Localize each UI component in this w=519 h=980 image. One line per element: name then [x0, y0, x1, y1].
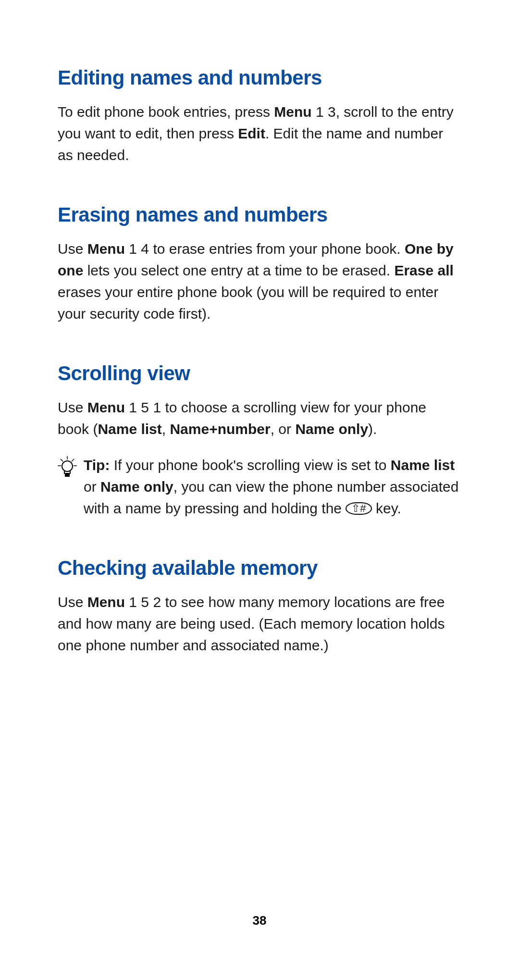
- document-page: Editing names and numbers To edit phone …: [0, 0, 519, 656]
- paragraph-scrolling: Use Menu 1 5 1 to choose a scrolling vie…: [58, 397, 461, 440]
- section-erasing: Erasing names and numbers Use Menu 1 4 t…: [58, 203, 461, 324]
- heading-editing: Editing names and numbers: [58, 66, 461, 89]
- paragraph-erasing: Use Menu 1 4 to erase entries from your …: [58, 238, 461, 324]
- hash-key-icon: ⇧#: [346, 502, 371, 515]
- page-number: 38: [0, 913, 519, 928]
- section-editing: Editing names and numbers To edit phone …: [58, 66, 461, 166]
- section-memory: Checking available memory Use Menu 1 5 2…: [58, 557, 461, 656]
- tip-text: Tip: If your phone book's scrolling view…: [84, 454, 461, 519]
- section-scrolling: Scrolling view Use Menu 1 5 1 to choose …: [58, 362, 461, 519]
- tip-block: Tip: If your phone book's scrolling view…: [58, 454, 461, 519]
- svg-rect-6: [65, 473, 70, 477]
- paragraph-memory: Use Menu 1 5 2 to see how many memory lo…: [58, 591, 461, 656]
- svg-line-1: [61, 459, 63, 461]
- lightbulb-icon: [58, 456, 77, 479]
- heading-memory: Checking available memory: [58, 557, 461, 580]
- paragraph-editing: To edit phone book entries, press Menu 1…: [58, 101, 461, 166]
- heading-erasing: Erasing names and numbers: [58, 203, 461, 226]
- heading-scrolling: Scrolling view: [58, 362, 461, 385]
- svg-point-5: [62, 461, 73, 471]
- svg-line-2: [72, 459, 74, 461]
